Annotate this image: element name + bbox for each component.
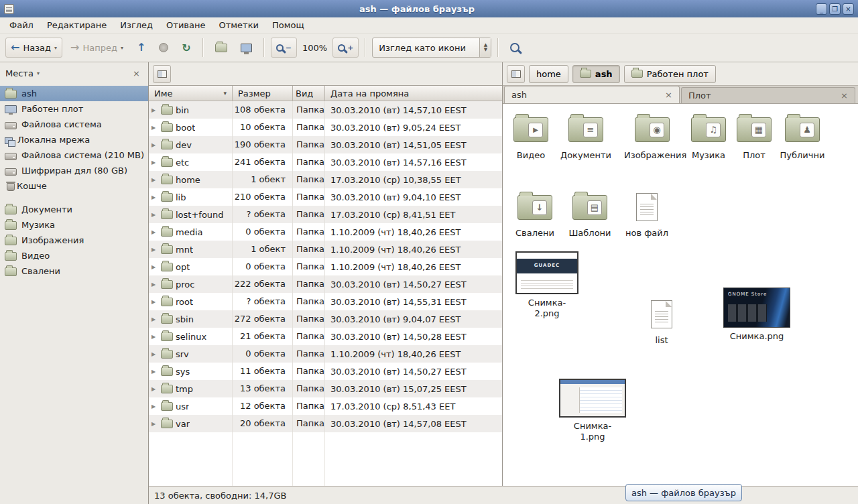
expander-icon[interactable]: ▶ bbox=[151, 212, 158, 218]
table-row[interactable]: ▶ home 1 обект Папка 17.03.2010 (ср) 10,… bbox=[149, 171, 502, 188]
file-icon-item[interactable]: Свалени bbox=[509, 190, 560, 239]
icon-view[interactable]: Видео Документи Изображения bbox=[503, 103, 858, 486]
maximize-button[interactable]: ❐ bbox=[829, 3, 841, 15]
file-icon-item[interactable]: Плот bbox=[729, 112, 780, 161]
table-row[interactable]: ▶ tmp 13 обекта Папка 30.03.2010 (вт) 15… bbox=[149, 380, 502, 397]
sidebar-item[interactable]: Кошче bbox=[0, 178, 148, 194]
file-icon-item[interactable]: Снимка-1.png bbox=[556, 379, 629, 443]
sidebar-item[interactable]: Файлова система bbox=[0, 117, 148, 132]
table-row[interactable]: ▶ usr 12 обекта Папка 17.03.2010 (ср) 8,… bbox=[149, 397, 502, 415]
tab[interactable]: ash bbox=[504, 86, 680, 103]
table-row[interactable]: ▶ lib 210 обекта Папка 30.03.2010 (вт) 9… bbox=[149, 188, 502, 206]
file-icon-item[interactable]: list bbox=[636, 297, 687, 346]
sidebar-item[interactable]: Музика bbox=[0, 217, 148, 233]
reload-button[interactable]: ↻ bbox=[176, 38, 196, 58]
view-mode-select[interactable]: Изглед като икони ▲ ▼ bbox=[372, 38, 491, 58]
expander-icon[interactable]: ▶ bbox=[151, 334, 158, 340]
table-row[interactable]: ▶ boot 10 обекта Папка 30.03.2010 (вт) 9… bbox=[149, 119, 502, 136]
back-button[interactable]: ← Назад ▾ bbox=[5, 38, 62, 58]
expander-icon[interactable]: ▶ bbox=[151, 369, 158, 375]
table-row[interactable]: ▶ proc 222 обекта Папка 30.03.2010 (вт) … bbox=[149, 275, 502, 293]
table-row[interactable]: ▶ selinux 21 обекта Папка 30.03.2010 (вт… bbox=[149, 328, 502, 345]
menu-item[interactable]: Редактиране bbox=[40, 17, 113, 33]
menu-item[interactable]: Отиване bbox=[160, 17, 212, 33]
table-row[interactable]: ▶ root ? обекта Папка 30.03.2010 (вт) 14… bbox=[149, 293, 502, 310]
zoom-in-button[interactable]: + bbox=[332, 38, 359, 58]
expander-icon[interactable]: ▶ bbox=[151, 316, 158, 322]
column-header-date[interactable]: Дата на промяна bbox=[325, 86, 502, 101]
tab-close-icon[interactable] bbox=[665, 90, 672, 100]
expander-icon[interactable]: ▶ bbox=[151, 160, 158, 166]
expander-icon[interactable]: ▶ bbox=[151, 229, 158, 235]
sidebar-item[interactable]: Документи bbox=[0, 202, 148, 217]
expander-icon[interactable]: ▶ bbox=[151, 386, 158, 392]
expander-icon[interactable]: ▶ bbox=[151, 421, 158, 427]
sidebar-item[interactable]: Локална мрежа bbox=[0, 132, 148, 147]
file-icon-item[interactable]: GNOME Store Снимка.png bbox=[721, 288, 793, 342]
sidebar-item[interactable]: Изображения bbox=[0, 233, 148, 248]
expander-icon[interactable]: ▶ bbox=[151, 142, 158, 148]
pathbar-root-button[interactable] bbox=[153, 65, 171, 83]
sidebar-item[interactable]: Свалени bbox=[0, 263, 148, 279]
menu-item[interactable]: Помощ bbox=[265, 17, 311, 33]
computer-button[interactable] bbox=[235, 38, 257, 58]
expander-icon[interactable]: ▶ bbox=[151, 264, 158, 270]
stop-button[interactable] bbox=[154, 38, 174, 58]
table-row[interactable]: ▶ bin 108 обекта Папка 30.03.2010 (вт) 1… bbox=[149, 101, 502, 119]
expander-icon[interactable]: ▶ bbox=[151, 194, 158, 200]
back-chevron-icon[interactable]: ▾ bbox=[54, 45, 57, 51]
sidebar-item[interactable]: Видео bbox=[0, 248, 148, 263]
expander-icon[interactable]: ▶ bbox=[151, 299, 158, 305]
expander-icon[interactable]: ▶ bbox=[151, 247, 158, 253]
pathbar-root-button[interactable] bbox=[507, 65, 525, 83]
pathbar-button[interactable]: ash bbox=[572, 65, 620, 83]
sidebar-title[interactable]: Места bbox=[5, 68, 34, 78]
expander-icon[interactable]: ▶ bbox=[151, 281, 158, 288]
table-row[interactable]: ▶ media 0 обекта Папка 1.10.2009 (чт) 18… bbox=[149, 223, 502, 241]
table-row[interactable]: ▶ mnt 1 обект Папка 1.10.2009 (чт) 18,40… bbox=[149, 241, 502, 258]
table-row[interactable]: ▶ opt 0 обекта Папка 1.10.2009 (чт) 18,4… bbox=[149, 258, 502, 275]
expander-icon[interactable]: ▶ bbox=[151, 351, 158, 357]
menu-item[interactable]: Отметки bbox=[212, 17, 265, 33]
file-icon-item[interactable]: нов файл bbox=[621, 190, 672, 239]
sidebar-chevron-icon[interactable]: ▾ bbox=[37, 70, 40, 76]
expander-icon[interactable]: ▶ bbox=[151, 125, 158, 131]
sidebar-item[interactable]: Шифриран дял (80 GB) bbox=[0, 163, 148, 178]
search-button[interactable] bbox=[505, 38, 525, 58]
sidebar-item[interactable]: ash bbox=[0, 86, 148, 101]
menu-item[interactable]: Файл bbox=[3, 17, 40, 33]
tab[interactable]: Плот bbox=[681, 87, 855, 103]
column-header-name[interactable]: Име ▾ bbox=[149, 86, 233, 101]
close-button[interactable]: × bbox=[843, 3, 854, 15]
sidebar-item[interactable]: Файлова система (210 MB) bbox=[0, 147, 148, 163]
column-header-size[interactable]: Размер bbox=[233, 86, 293, 101]
menu-item[interactable]: Изглед bbox=[113, 17, 160, 33]
pathbar-button[interactable]: Работен плот bbox=[624, 65, 716, 83]
file-icon-item[interactable]: Документи bbox=[560, 112, 611, 161]
taskbar-window-button[interactable]: ash — файлов браузър bbox=[625, 484, 742, 501]
up-button[interactable]: ↑ bbox=[131, 38, 151, 58]
table-row[interactable]: ▶ var 20 обекта Папка 30.03.2010 (вт) 14… bbox=[149, 415, 502, 432]
sidebar-close-icon[interactable]: × bbox=[130, 68, 143, 79]
expander-icon[interactable]: ▶ bbox=[151, 107, 158, 113]
zoom-out-button[interactable]: − bbox=[271, 38, 297, 58]
forward-button[interactable]: → Напред ▾ bbox=[65, 38, 129, 58]
expander-icon[interactable]: ▶ bbox=[151, 177, 158, 183]
sidebar-item[interactable]: Работен плот bbox=[0, 101, 148, 117]
table-row[interactable]: ▶ etc 241 обекта Папка 30.03.2010 (вт) 1… bbox=[149, 153, 502, 171]
view-mode-spinner-icon[interactable]: ▲ ▼ bbox=[479, 38, 491, 57]
minimize-button[interactable]: _ bbox=[816, 3, 827, 15]
tab-close-icon[interactable] bbox=[841, 90, 848, 101]
table-row[interactable]: ▶ lost+found ? обекта Папка 17.03.2010 (… bbox=[149, 206, 502, 223]
file-icon-item[interactable]: Шаблони bbox=[564, 190, 615, 239]
table-row[interactable]: ▶ sbin 272 обекта Папка 30.03.2010 (вт) … bbox=[149, 310, 502, 328]
file-icon-item[interactable]: GUADEC Снимка-2.png bbox=[513, 251, 580, 320]
pathbar-button[interactable]: home bbox=[529, 65, 568, 83]
file-icon-item[interactable]: Публични bbox=[777, 112, 828, 161]
file-icon-item[interactable]: Изображения bbox=[624, 112, 680, 161]
titlebar[interactable]: ash — файлов браузър _ ❐ × bbox=[0, 0, 858, 17]
table-row[interactable]: ▶ dev 190 обекта Папка 30.03.2010 (вт) 1… bbox=[149, 136, 502, 153]
table-row[interactable]: ▶ srv 0 обекта Папка 1.10.2009 (чт) 18,4… bbox=[149, 345, 502, 363]
home-button[interactable] bbox=[210, 38, 233, 58]
file-icon-item[interactable]: Видео bbox=[505, 112, 556, 161]
